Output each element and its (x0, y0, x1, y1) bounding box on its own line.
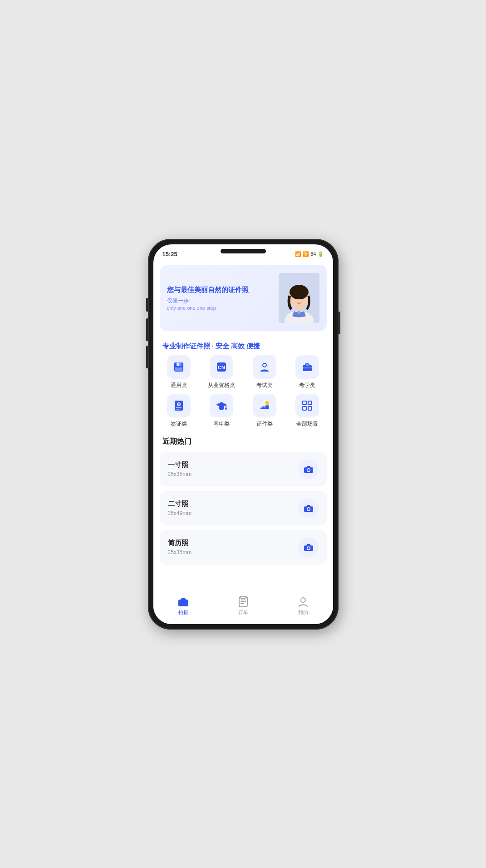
one-inch-name: 一寸照 (168, 461, 192, 469)
banner-text: 您与最佳美丽自然的证件照 仅查一步 only one one one step (167, 285, 279, 311)
svg-rect-45 (179, 600, 181, 601)
one-inch-size: 25x35mm (168, 471, 192, 477)
category-general[interactable]: 通用类 (160, 355, 198, 389)
nav-mine[interactable]: 我的 (273, 596, 333, 616)
person-exam-icon (258, 361, 271, 373)
resume-size: 25x35mm (168, 549, 192, 556)
svg-point-5 (295, 297, 297, 299)
phone-screen: 15:25 📶 🛜 84 🔋 您与最佳美丽自然的证件照 仅查一步 only on… (153, 244, 333, 624)
online-icon-wrap (210, 394, 233, 417)
online-label: 网申类 (213, 420, 230, 428)
svg-rect-35 (309, 407, 311, 410)
hot-cards-list: 一寸照 25x35mm 二寸照 35x49 (153, 452, 333, 565)
svg-rect-33 (309, 402, 311, 404)
general-label: 通用类 (171, 382, 187, 389)
category-exam[interactable]: 考试类 (245, 355, 284, 389)
school-icon-wrap (295, 355, 319, 379)
status-time: 15:25 (162, 251, 177, 258)
svg-rect-47 (241, 600, 246, 600)
hot-card-two-inch[interactable]: 二寸照 35x49mm (160, 491, 327, 526)
school-label: 考学类 (299, 382, 315, 389)
svg-rect-10 (175, 367, 182, 371)
svg-rect-19 (303, 367, 312, 368)
cert-icon-wrap: CN (210, 355, 233, 379)
svg-rect-18 (306, 364, 309, 366)
nav-camera[interactable]: 拍摄 (153, 596, 213, 616)
wifi-icon: 🛜 (303, 251, 309, 257)
category-visa[interactable]: 签证类 (160, 394, 198, 428)
svg-point-22 (177, 403, 180, 405)
two-inch-name: 二寸照 (168, 500, 192, 508)
svg-point-27 (265, 401, 269, 405)
category-idcard[interactable]: 证件类 (245, 394, 284, 428)
banner-subtitle: 仅查一步 only one one one step (167, 297, 279, 311)
resume-camera-btn[interactable] (299, 537, 319, 557)
category-school[interactable]: 考学类 (288, 355, 327, 389)
svg-text:CN: CN (218, 365, 225, 370)
svg-point-41 (307, 547, 309, 549)
all-label: 全部场景 (296, 420, 318, 428)
user-icon (297, 596, 309, 608)
svg-rect-23 (176, 407, 182, 408)
category-grid: 通用类 CN 从业资格类 (153, 355, 333, 432)
camera-icon-1 (304, 464, 314, 474)
power-button (339, 312, 340, 334)
graduation-icon (215, 399, 228, 412)
notch (221, 249, 266, 253)
volume-up-button (146, 318, 148, 341)
banner-portrait (279, 273, 319, 323)
cert-label: 从业资格类 (208, 382, 235, 389)
nav-mine-label: 我的 (298, 609, 308, 616)
briefcase-icon (301, 361, 314, 373)
svg-point-6 (301, 297, 304, 299)
signal-icon: 📶 (295, 251, 301, 257)
svg-point-37 (307, 469, 309, 471)
category-cert[interactable]: CN 从业资格类 (202, 355, 241, 389)
nav-camera-label: 拍摄 (178, 609, 188, 616)
scroll-area: 您与最佳美丽自然的证件照 仅查一步 only one one one step (153, 260, 333, 592)
camera-icon-2 (304, 503, 314, 513)
nav-orders[interactable]: 订单 (213, 596, 273, 616)
banner-card[interactable]: 您与最佳美丽自然的证件照 仅查一步 only one one one step (160, 265, 327, 331)
exam-label: 考试类 (256, 382, 273, 389)
hot-card-resume[interactable]: 简历照 25x35mm (160, 530, 327, 565)
exam-icon-wrap (253, 355, 276, 379)
silent-button (146, 298, 148, 312)
all-icon-wrap (295, 394, 319, 417)
category-online[interactable]: 网申类 (202, 394, 241, 428)
nav-orders-label: 订单 (238, 609, 248, 616)
visa-icon-wrap (167, 394, 191, 417)
svg-point-44 (182, 601, 185, 604)
nav-mine-icon (297, 596, 309, 608)
nav-orders-icon (237, 596, 249, 608)
svg-rect-32 (303, 402, 306, 404)
one-inch-camera-btn[interactable] (299, 459, 319, 479)
svg-rect-9 (177, 363, 179, 366)
svg-point-50 (301, 598, 305, 602)
hot-card-one-inch[interactable]: 一寸照 25x35mm (160, 452, 327, 486)
doc-person-icon (172, 399, 185, 412)
svg-rect-24 (176, 409, 180, 410)
idcard-label: 证件类 (256, 420, 273, 428)
home-camera-icon (177, 596, 189, 608)
svg-point-4 (290, 285, 309, 299)
hot-section-title: 近期热门 (153, 432, 333, 452)
idcard-icon-wrap (253, 394, 276, 417)
status-icons: 📶 🛜 84 🔋 (295, 251, 324, 257)
nav-camera-icon (177, 596, 189, 608)
resume-name: 简历照 (168, 539, 192, 547)
phone-frame: 15:25 📶 🛜 84 🔋 您与最佳美丽自然的证件照 仅查一步 only on… (148, 239, 339, 630)
battery-text: 84 (310, 251, 316, 257)
camera-icon-3 (304, 542, 314, 552)
general-icon-wrap (167, 355, 191, 379)
two-inch-camera-btn[interactable] (299, 498, 319, 518)
battery-icon: 🔋 (318, 251, 324, 257)
grid-all-icon (301, 399, 314, 412)
beach-icon (258, 399, 271, 412)
category-all[interactable]: 全部场景 (288, 394, 327, 428)
bottom-nav: 拍摄 订单 (153, 592, 333, 624)
svg-point-14 (263, 364, 266, 367)
svg-rect-48 (241, 601, 246, 602)
svg-rect-34 (303, 407, 306, 410)
svg-point-26 (225, 408, 227, 410)
